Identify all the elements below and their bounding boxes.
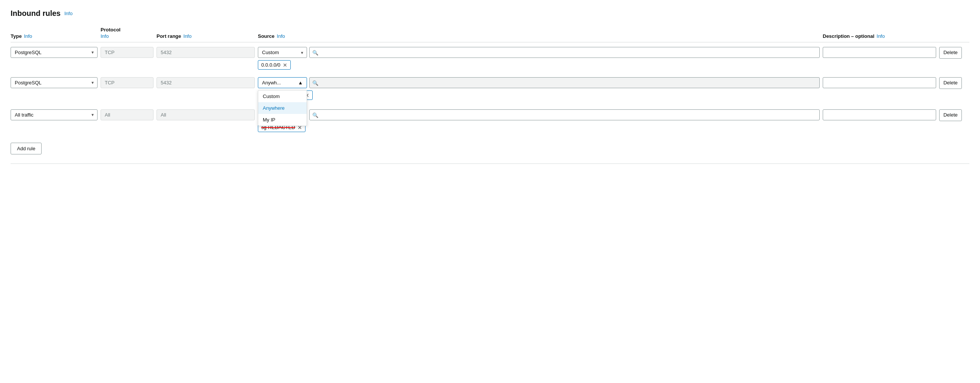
source-type-select-row1[interactable]: Custom Anywhere My IP xyxy=(258,47,307,58)
protocol-input-row2 xyxy=(100,77,153,88)
protocol-field-row2 xyxy=(100,77,153,88)
description-input-row3[interactable] xyxy=(823,109,936,120)
add-rule-row: Add rule xyxy=(11,140,969,155)
col-header-protocol: Protocol Info xyxy=(100,27,153,39)
description-info-link[interactable]: Info xyxy=(877,33,885,39)
delete-col-row1: Delete xyxy=(939,47,969,59)
protocol-input-row3 xyxy=(100,109,153,120)
description-col-row2 xyxy=(823,77,936,88)
table-row: All traffic ▼ Custom Anywhere My IP xyxy=(11,109,969,132)
source-col-row2: Anywh... ▲ Custom Anywhere My IP 🔍 xyxy=(258,77,820,102)
source-type-dropdown-menu-row2: Custom Anywhere My IP xyxy=(258,90,307,126)
chevron-up-icon: ▲ xyxy=(298,80,303,86)
type-select-wrapper-row2: PostgreSQL ▼ xyxy=(11,77,97,88)
source-search-wrap-row3: 🔍 xyxy=(309,109,820,120)
description-input-row1[interactable] xyxy=(823,47,936,58)
source-chip: 0.0.0.0/0 ✕ xyxy=(258,60,291,70)
source-search-input-row3[interactable] xyxy=(309,109,820,120)
protocol-field-row3 xyxy=(100,109,153,120)
delete-button-row1[interactable]: Delete xyxy=(939,47,962,59)
delete-button-row3[interactable]: Delete xyxy=(939,109,962,121)
portrange-input-row2 xyxy=(156,77,255,88)
type-select-row1[interactable]: PostgreSQL xyxy=(11,47,97,58)
description-col-row1 xyxy=(823,47,936,58)
col-header-portrange: Port range Info xyxy=(156,33,255,39)
page-title-info-link[interactable]: Info xyxy=(64,11,73,16)
type-select-wrapper-row3: All traffic ▼ xyxy=(11,109,97,120)
remove-chip-button[interactable]: ✕ xyxy=(283,62,287,68)
table-row: PostgreSQL ▼ Custom Anywhere My IP xyxy=(11,47,969,70)
col-header-type: Type Info xyxy=(11,33,97,39)
portrange-info-link[interactable]: Info xyxy=(183,33,192,39)
col-header-source: Source Info xyxy=(258,33,820,39)
protocol-field-row1 xyxy=(100,47,153,58)
portrange-input-row3 xyxy=(156,109,255,120)
source-col-row3: Custom Anywhere My IP ▼ 🔍 sg-REDACTED ✕ xyxy=(258,109,820,132)
dropdown-item-custom[interactable]: Custom xyxy=(258,91,307,102)
source-chips-row3: sg-REDACTED ✕ xyxy=(258,123,820,132)
type-select-row3[interactable]: All traffic xyxy=(11,109,97,120)
source-search-input-row1[interactable] xyxy=(309,47,820,58)
table-header: Type Info Protocol Info Port range Info … xyxy=(11,27,969,42)
delete-col-row2: Delete xyxy=(939,77,969,89)
portrange-input-row1 xyxy=(156,47,255,58)
source-info-link[interactable]: Info xyxy=(277,33,285,39)
source-search-wrap-row2: 🔍 xyxy=(309,77,820,88)
protocol-input-row1 xyxy=(100,47,153,58)
add-rule-button[interactable]: Add rule xyxy=(11,143,41,155)
source-type-dropdown-trigger-row2[interactable]: Anywh... ▲ xyxy=(258,77,307,88)
source-chips-row1: 0.0.0.0/0 ✕ xyxy=(258,60,820,70)
source-search-input-row2[interactable] xyxy=(309,77,820,88)
col-header-description: Description – optional Info xyxy=(823,33,936,39)
bottom-divider xyxy=(11,163,969,164)
source-type-select-wrap-row1: Custom Anywhere My IP ▼ xyxy=(258,47,307,58)
protocol-info-link[interactable]: Info xyxy=(100,33,109,39)
description-input-row2[interactable] xyxy=(823,77,936,88)
dropdown-item-anywhere[interactable]: Anywhere xyxy=(258,102,307,114)
source-col-row1: Custom Anywhere My IP ▼ 🔍 0.0.0.0/0 ✕ xyxy=(258,47,820,70)
type-info-link[interactable]: Info xyxy=(24,33,32,39)
dropdown-item-myip[interactable]: My IP xyxy=(258,114,307,126)
portrange-field-row2 xyxy=(156,77,255,88)
delete-button-row2[interactable]: Delete xyxy=(939,77,962,89)
page-title: Inbound rules xyxy=(11,9,60,18)
portrange-field-row3 xyxy=(156,109,255,120)
type-select-row2[interactable]: PostgreSQL xyxy=(11,77,97,88)
description-col-row3 xyxy=(823,109,936,120)
delete-col-row3: Delete xyxy=(939,109,969,121)
source-search-wrap-row1: 🔍 xyxy=(309,47,820,58)
source-type-select-wrap-row2: Anywh... ▲ Custom Anywhere My IP xyxy=(258,77,307,88)
type-select-wrapper: PostgreSQL ▼ xyxy=(11,47,97,58)
portrange-field-row1 xyxy=(156,47,255,58)
source-chips-row2: 0.0.0.0/0 ✕ ::/0 ✕ xyxy=(258,91,820,102)
table-row: PostgreSQL ▼ Anywh... ▲ xyxy=(11,77,969,102)
